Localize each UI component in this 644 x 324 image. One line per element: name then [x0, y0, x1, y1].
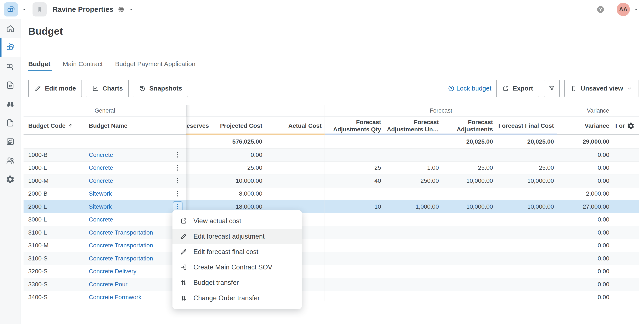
col-header-fadj[interactable]: Forecast Adjustments	[442, 117, 496, 135]
sidebar-item-home[interactable]	[0, 19, 20, 38]
export-icon	[502, 85, 510, 92]
cell-name: Concrete Pour	[84, 278, 169, 291]
menu-item-label: Create Main Contract SOV	[194, 264, 272, 271]
cell-variance: 0.00	[557, 265, 612, 278]
col-header-actual[interactable]: Actual Cost	[265, 117, 324, 135]
column-group-header-row: GeneralForecastVariance	[24, 105, 639, 117]
col-header-reserves[interactable]: eserves	[186, 117, 216, 135]
sidebar-item-file-transfer[interactable]	[0, 76, 20, 94]
budget-name-link[interactable]: Concrete	[89, 164, 113, 171]
cell-fqty	[324, 188, 384, 200]
col-header-more[interactable]: For	[612, 117, 639, 135]
menu-item-edit-forecast-adjustment[interactable]: Edit forecast adjustment	[172, 229, 302, 244]
sidebar-item-people[interactable]	[0, 151, 20, 170]
cell-name: Sitework	[84, 200, 169, 213]
col-header-name[interactable]: Budget Name	[84, 117, 169, 135]
cell-projected: 0.00	[216, 148, 265, 161]
col-header-variance[interactable]: Variance	[557, 117, 612, 135]
total-reserves	[186, 135, 216, 148]
cell-ffinal	[496, 188, 557, 200]
table-row-3300-S: 3300-SConcrete Pour0.00	[24, 278, 639, 291]
avatar[interactable]: AA	[616, 3, 630, 16]
tab-budget-payment-application[interactable]: Budget Payment Application	[115, 60, 195, 68]
column-settings-button[interactable]	[627, 122, 635, 130]
cell-fqty	[324, 291, 384, 304]
col-header-projected[interactable]: Projected Cost	[216, 117, 265, 135]
col-header-fqty[interactable]: Forecast Adjustments Qty	[324, 117, 384, 135]
budget-name-link[interactable]: Concrete Transportation	[89, 242, 153, 249]
row-kebab-menu-button[interactable]	[173, 150, 182, 160]
row-kebab-menu-button[interactable]	[173, 176, 182, 186]
menu-item-label: Edit forecast adjustment	[194, 232, 265, 240]
total-name	[84, 135, 169, 148]
total-kebab	[169, 135, 186, 148]
sidebar-item-document[interactable]	[0, 114, 20, 132]
total-actual	[265, 135, 324, 148]
budget-name-link[interactable]: Concrete	[89, 152, 113, 158]
cell-ffinal: 25.00	[496, 162, 557, 174]
menu-item-label: View actual cost	[194, 217, 241, 225]
app-switcher-button[interactable]	[4, 2, 18, 16]
cell-funit	[384, 278, 442, 291]
cell-variance: 27,000.00	[557, 200, 612, 213]
cell-fadj	[442, 213, 496, 226]
budget-name-link[interactable]: Concrete Transportation	[89, 255, 153, 262]
cell-code: 2000-L	[24, 200, 84, 213]
column-header-row: Budget CodeBudget NameeservesProjected C…	[24, 117, 639, 135]
lock-budget-link[interactable]: Lock budget	[448, 85, 491, 92]
budget-name-link[interactable]: Concrete Formwork	[89, 294, 142, 301]
cell-name: Concrete Delivery	[84, 265, 169, 278]
cell-code: 3400-S	[24, 291, 84, 304]
cell-funit	[384, 226, 442, 239]
export-button[interactable]: Export	[496, 80, 539, 97]
unsaved-view-button[interactable]: Unsaved view	[564, 80, 638, 97]
budget-name-link[interactable]: Concrete Delivery	[89, 268, 136, 275]
budget-name-link[interactable]: Concrete	[89, 178, 113, 184]
budget-icon	[6, 43, 15, 52]
user-caret-down-icon[interactable]	[633, 6, 639, 13]
company-caret-down-icon[interactable]	[128, 6, 134, 13]
cell-actual	[265, 188, 324, 200]
sidebar-item-invoice[interactable]	[0, 57, 20, 76]
snapshots-button[interactable]: Snapshots	[133, 80, 188, 97]
chart-icon	[92, 85, 99, 92]
binoculars-icon	[6, 99, 15, 109]
row-kebab-menu-button[interactable]	[173, 162, 182, 173]
charts-button[interactable]: Charts	[86, 80, 129, 97]
cell-code: 3100-S	[24, 252, 84, 265]
total-variance: 29,000.00	[557, 135, 612, 148]
cell-more	[612, 291, 639, 304]
edit-mode-button[interactable]: Edit mode	[28, 80, 82, 97]
cell-name: Concrete	[84, 213, 169, 226]
menu-item-view-actual-cost[interactable]: View actual cost	[172, 213, 302, 229]
sidebar-item-reports[interactable]	[0, 132, 20, 151]
budget-name-link[interactable]: Concrete	[89, 216, 113, 223]
row-kebab-menu-button[interactable]	[173, 188, 182, 199]
budget-name-link[interactable]: Sitework	[89, 190, 112, 197]
filter-button[interactable]	[544, 80, 560, 97]
col-header-funit[interactable]: Forecast Adjustments Un…	[384, 117, 442, 135]
sidebar-item-binoculars[interactable]	[0, 94, 20, 114]
budget-name-link[interactable]: Sitework	[89, 203, 112, 210]
tab-budget[interactable]: Budget	[28, 60, 50, 68]
filter-icon	[548, 85, 556, 92]
company-name[interactable]: Ravine Properties	[53, 5, 114, 14]
column-group-forecast: Forecast	[324, 105, 557, 116]
col-header-ffinal[interactable]: Forecast Final Cost	[496, 117, 557, 135]
menu-item-edit-forecast-final-cost[interactable]: Edit forecast final cost	[172, 244, 302, 260]
app-caret-down-icon[interactable]	[21, 6, 28, 13]
menu-item-budget-transfer[interactable]: Budget transfer	[172, 275, 302, 290]
sidebar-item-settings[interactable]	[0, 170, 20, 189]
cell-fqty: 10	[324, 200, 384, 213]
app-window: Ravine Properties ? AA Budget BudgetMain…	[0, 0, 644, 324]
help-icon[interactable]: ?	[596, 5, 605, 14]
col-header-code[interactable]: Budget Code	[24, 117, 84, 135]
menu-item-change-order-transfer[interactable]: Change Order transfer	[172, 290, 302, 306]
cell-more	[612, 226, 639, 239]
menu-item-create-main-contract-sov[interactable]: Create Main Contract SOV	[172, 260, 302, 275]
budget-name-link[interactable]: Concrete Pour	[89, 281, 128, 288]
tab-main-contract[interactable]: Main Contract	[63, 60, 103, 68]
budget-name-link[interactable]: Concrete Transportation	[89, 229, 153, 236]
sidebar-item-budget[interactable]	[0, 38, 20, 57]
cell-kebab	[169, 162, 186, 174]
